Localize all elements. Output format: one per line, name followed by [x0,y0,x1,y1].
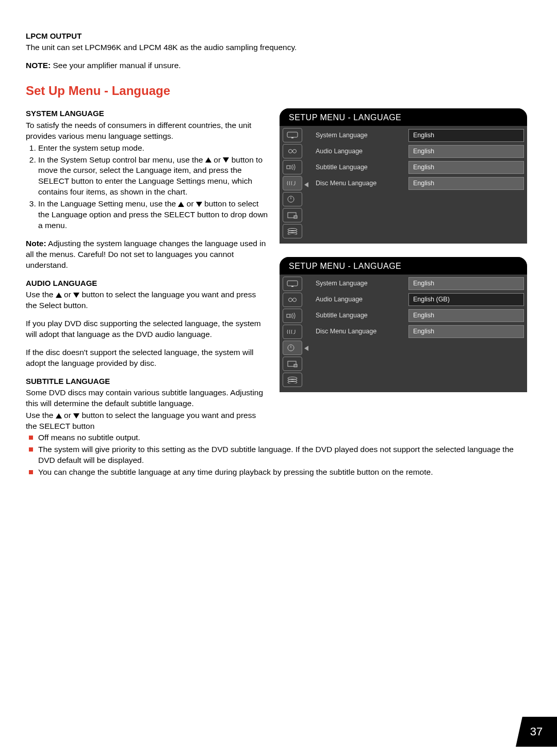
osd-row: Subtitle LanguageEnglish [316,160,524,174]
note-text: See your amplifier manual if unsure. [51,61,181,70]
svg-point-3 [293,150,297,153]
svg-rect-0 [287,132,298,137]
left-arrow-icon [304,344,308,353]
osd-title: SETUP MENU - LANGUAGE [280,257,527,275]
monitor-icon [283,128,302,142]
osd-screenshot-1: SETUP MENU - LANGUAGE System LanguageEng… [280,108,527,244]
osd-row: Audio LanguageEnglish (GB) [316,293,524,307]
bullet-2: The system will give priority to this se… [38,444,531,466]
down-arrow-icon [73,413,79,419]
section-title: Set Up Menu - Language [26,83,531,99]
osd-row: Subtitle LanguageEnglish [316,309,524,323]
note-label: NOTE: [26,61,51,70]
osd-row-value: English (GB) [408,293,524,306]
svg-rect-13 [291,286,293,287]
svg-rect-20 [294,364,297,367]
subtitle-bullets: Off means no subtitle output. The system… [26,432,531,478]
osd-row-label: Audio Language [316,147,408,156]
syslang-heading: System Language [26,108,268,119]
svg-point-15 [293,298,297,301]
camera-icon [283,144,302,158]
osd-row-label: System Language [316,279,408,288]
speaker-icon [283,160,302,174]
subtitle-icon [283,176,302,190]
down-arrow-icon [196,202,202,207]
display-icon [283,208,302,222]
bullet-3: You can change the subtitle language at … [38,467,531,478]
osd-row-label: Disc Menu Language [316,179,408,188]
svg-point-14 [289,298,292,301]
svg-rect-16 [287,314,290,317]
step-1: Enter the system setup mode. [38,143,268,154]
osd-row: Disc Menu LanguageEnglish [316,176,524,190]
osd-row-value: English [408,129,524,142]
syslang-note: Note: Adjusting the system language chan… [26,238,268,271]
osd-row-label: System Language [316,131,408,140]
osd-row: System LanguageEnglish [316,128,524,142]
camera-icon [283,293,302,307]
osd-title: SETUP MENU - LANGUAGE [280,108,527,126]
step-2: In the System Setup control bar menu, us… [38,155,268,198]
osd-row: Audio LanguageEnglish [316,144,524,158]
osd-row-label: Subtitle Language [316,311,408,320]
speaker-icon [283,309,302,323]
svg-rect-12 [287,281,298,286]
svg-rect-4 [287,166,290,169]
osd-row: Disc Menu LanguageEnglish [316,325,524,339]
lpcm-heading: Lpcm Output [26,31,531,41]
osd-sidebar-icons [283,128,308,238]
osd-sidebar-icons [283,277,308,387]
svg-point-2 [289,150,292,153]
step-3: In the Language Setting menu, use the or… [38,199,268,231]
up-arrow-icon [205,157,211,163]
audiolang-p3: If the disc doesn't support the selected… [26,347,268,369]
osd-row-label: Disc Menu Language [316,327,408,336]
sublang-p2: Use the or button to select the language… [26,410,268,432]
syslang-intro: To satisfy the needs of consumers in dif… [26,120,268,142]
lpcm-text: The unit can set LPCM96K and LPCM 48K as… [26,42,531,53]
up-arrow-icon [56,413,62,419]
osd-row-label: Subtitle Language [316,163,408,172]
display-icon [283,357,302,371]
osd-row-value: English [408,325,524,338]
clock-icon [283,192,302,206]
sublang-p1: Some DVD discs may contain various subti… [26,388,268,409]
clock-icon [283,341,302,355]
bullet-1: Off means no subtitle output. [38,432,531,443]
osd-row-value: English [408,177,524,190]
audiolang-heading: Audio Language [26,278,268,288]
syslang-steps: Enter the system setup mode. In the Syst… [26,143,268,231]
svg-rect-8 [294,216,297,218]
subtitle-icon [283,325,302,339]
osd-row: System LanguageEnglish [316,277,524,291]
disc-icon [283,224,302,238]
sublang-heading: Subtitle Language [26,376,268,387]
up-arrow-icon [56,293,62,298]
down-arrow-icon [73,293,79,298]
left-arrow-icon [304,181,308,190]
disc-icon [283,373,302,387]
osd-row-value: English [408,309,524,322]
osd-row-label: Audio Language [316,295,408,304]
up-arrow-icon [178,202,184,207]
svg-rect-1 [291,137,293,138]
osd-row-value: English [408,277,524,290]
audiolang-p1: Use the or button to select the language… [26,289,268,311]
page-number: 37 [516,717,557,747]
osd-row-value: English [408,145,524,158]
audiolang-p2: If you play DVD disc supporting the sele… [26,318,268,340]
osd-row-value: English [408,161,524,174]
down-arrow-icon [223,157,229,163]
monitor-icon [283,277,302,291]
lpcm-note: NOTE: See your amplifier manual if unsur… [26,60,531,71]
osd-screenshot-2: SETUP MENU - LANGUAGE System LanguageEng… [280,257,527,392]
